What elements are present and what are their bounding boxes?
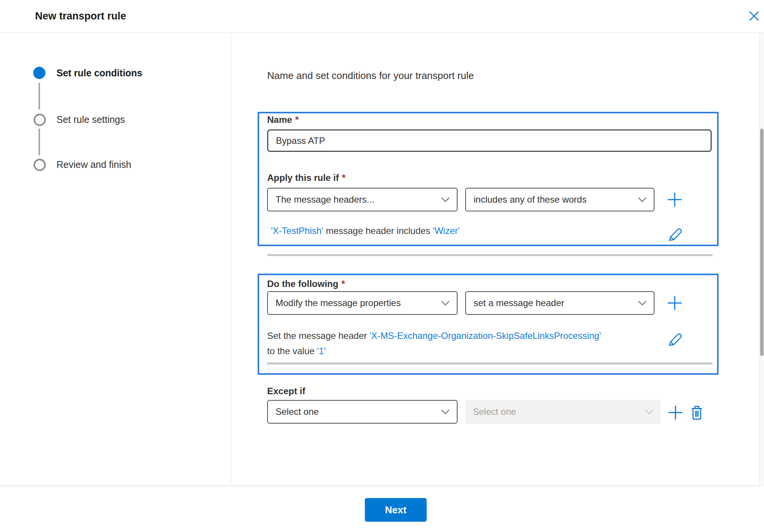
- apply-rule-label: Apply this rule if*: [267, 172, 345, 184]
- plus-icon: [667, 192, 682, 207]
- pencil-icon: [666, 331, 684, 348]
- name-label: Name*: [267, 114, 299, 126]
- close-button[interactable]: [745, 7, 763, 25]
- required-asterisk: *: [342, 172, 345, 183]
- chevron-down-icon: [638, 300, 647, 306]
- condition-operator-value: includes any of these words: [474, 194, 587, 205]
- plus-icon: [668, 405, 683, 420]
- next-button[interactable]: Next: [365, 498, 427, 522]
- action-type-value: Modify the message properties: [276, 298, 401, 308]
- condition-type-value: The message headers...: [276, 194, 374, 205]
- section-separator: [267, 254, 712, 256]
- name-input[interactable]: [267, 129, 712, 152]
- panel-divider: [231, 33, 231, 486]
- trash-icon: [690, 405, 704, 420]
- step-connector: [39, 129, 40, 155]
- plus-icon: [667, 295, 682, 311]
- header-divider: [0, 32, 764, 33]
- section-separator: [267, 363, 712, 364]
- step-indicator-upcoming: [34, 159, 46, 171]
- pencil-icon: [666, 226, 684, 243]
- action-value-link[interactable]: '1': [317, 346, 326, 356]
- page-title: New transport rule: [35, 9, 126, 23]
- action-summary-text: Set the message header: [267, 330, 369, 341]
- exception-operator-dropdown-disabled: Select one: [465, 400, 661, 424]
- stepper-item-set-rule-conditions[interactable]: Set rule conditions: [56, 67, 142, 79]
- exception-label-text: Except if: [267, 386, 305, 396]
- step-indicator-upcoming: [34, 114, 46, 126]
- condition-type-dropdown[interactable]: The message headers...: [267, 188, 458, 211]
- new-transport-rule-dialog: New transport rule Set rule conditions S…: [0, 0, 764, 532]
- stepper-item-set-rule-settings[interactable]: Set rule settings: [56, 114, 125, 125]
- condition-summary-text: message header includes: [323, 226, 433, 236]
- chevron-down-icon: [441, 300, 450, 306]
- add-condition-button[interactable]: [666, 191, 683, 208]
- edit-condition-button[interactable]: [666, 226, 684, 244]
- exception-operator-value: Select one: [473, 406, 516, 417]
- name-label-text: Name: [267, 114, 292, 125]
- footer-divider: [0, 485, 764, 486]
- action-label-text: Do the following: [267, 279, 338, 289]
- action-operation-value: set a message header: [474, 298, 564, 308]
- edit-action-button[interactable]: [666, 330, 684, 349]
- exception-type-value: Select one: [276, 406, 319, 417]
- required-asterisk: *: [342, 279, 345, 289]
- action-label: Do the following*: [267, 278, 345, 290]
- scrollbar-thumb[interactable]: [760, 129, 764, 356]
- action-summary-line1: Set the message header 'X-MS-Exchange-Or…: [267, 330, 601, 342]
- condition-summary: 'X-TestPhish' message header includes 'W…: [271, 225, 460, 237]
- condition-value-link[interactable]: 'Wizer': [433, 226, 460, 236]
- step-indicator-active: [33, 67, 45, 79]
- action-type-dropdown[interactable]: Modify the message properties: [267, 291, 458, 315]
- exception-type-dropdown[interactable]: Select one: [267, 400, 458, 424]
- add-exception-button[interactable]: [667, 404, 684, 421]
- chevron-down-icon: [638, 197, 647, 202]
- add-action-button[interactable]: [666, 295, 683, 311]
- action-header-name-link[interactable]: 'X-MS-Exchange-Organization-SkipSafeLink…: [369, 330, 601, 341]
- condition-header-name-link[interactable]: 'X-TestPhish': [271, 226, 323, 236]
- content-heading: Name and set conditions for your transpo…: [267, 69, 474, 82]
- delete-exception-button[interactable]: [688, 404, 705, 421]
- stepper-item-review-and-finish[interactable]: Review and finish: [56, 159, 131, 170]
- required-asterisk: *: [295, 114, 298, 125]
- chevron-down-icon: [441, 409, 450, 414]
- action-summary-text: to the value: [267, 346, 317, 356]
- exception-label: Except if: [267, 385, 305, 397]
- apply-rule-label-text: Apply this rule if: [267, 172, 339, 183]
- chevron-down-icon: [441, 197, 450, 202]
- action-operation-dropdown[interactable]: set a message header: [465, 291, 654, 315]
- condition-operator-dropdown[interactable]: includes any of these words: [465, 188, 654, 211]
- chevron-down-icon: [645, 409, 654, 414]
- action-summary-line2: to the value '1': [267, 345, 326, 357]
- close-icon: [747, 9, 761, 23]
- step-connector: [39, 83, 40, 110]
